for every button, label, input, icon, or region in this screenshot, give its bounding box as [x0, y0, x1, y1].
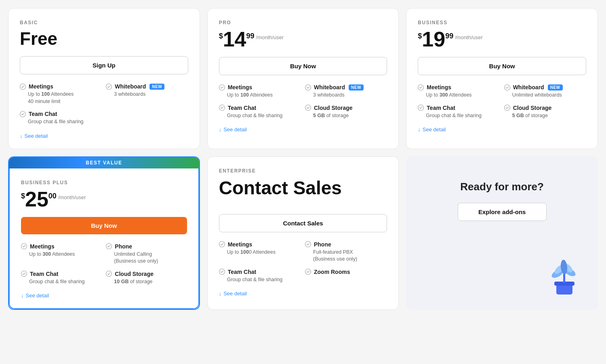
new-badge: NEW	[349, 84, 364, 90]
feature-name: Zoom Rooms	[314, 269, 350, 275]
svg-point-12	[106, 244, 112, 249]
plan-label: BUSINESS PLUS	[21, 180, 187, 185]
feature-desc: Unlimited whiteboards	[504, 92, 586, 99]
svg-point-15	[219, 242, 225, 247]
feature-title: Meetings	[418, 84, 500, 90]
feature-title: Team Chat	[418, 105, 500, 111]
plan-cta-button[interactable]: Contact Sales	[219, 214, 387, 232]
price-cents: 99	[445, 32, 453, 40]
feature-desc: Unlimited Calling(Business use only)	[106, 251, 187, 265]
feature-title: Cloud Storage	[106, 271, 187, 277]
svg-point-17	[219, 269, 225, 275]
feature-name: Cloud Storage	[115, 271, 154, 277]
features-grid: MeetingsUp to 100 Attendees40 minute lim…	[20, 83, 188, 126]
feature-name: Phone	[115, 243, 132, 250]
feature-desc: Up to 300 Attendees	[418, 92, 500, 99]
see-detail-text: See detail	[223, 126, 247, 133]
svg-point-10	[504, 105, 510, 111]
feature-desc: Full-featured PBX(Business use only)	[305, 249, 387, 263]
new-badge: NEW	[548, 84, 563, 90]
feature-name: Cloud Storage	[513, 105, 552, 111]
price-row: $ 14 99 /month/user	[219, 29, 387, 50]
feature-desc: 3 whiteboards	[305, 92, 387, 99]
svg-point-7	[418, 84, 424, 90]
plan-label: BASIC	[20, 20, 188, 25]
feature-col-left: Team ChatGroup chat & file sharing	[219, 105, 301, 120]
arrow-down-icon: ↓	[20, 133, 23, 139]
plan-cta-button[interactable]: Buy Now	[418, 57, 586, 75]
plan-card-basic: BASIC Free Sign Up MeetingsUp to 100 Att…	[8, 8, 200, 149]
plan-card-businessplus: BEST VALUE BUSINESS PLUS $ 25 00 /month/…	[8, 156, 200, 310]
svg-point-1	[106, 84, 112, 89]
pricing-grid: BASIC Free Sign Up MeetingsUp to 100 Att…	[8, 8, 598, 310]
see-detail-link[interactable]: ↓ See detail	[20, 133, 188, 139]
plan-card-business: BUSINESS $ 19 99 /month/user Buy Now Mee…	[406, 8, 598, 149]
feature-title: Phone	[305, 241, 387, 248]
feature-col-left: MeetingsUp to 300 Attendees	[21, 243, 102, 265]
plan-cta-button[interactable]: Buy Now	[219, 57, 387, 75]
see-detail-link[interactable]: ↓ See detail	[219, 290, 387, 297]
price-dollar: $	[21, 192, 25, 200]
svg-point-3	[219, 84, 225, 90]
price-period: /month/user	[58, 194, 86, 200]
price-period: /month/user	[455, 34, 483, 40]
feature-desc: Up to 100 Attendees40 minute limit	[20, 91, 102, 105]
feature-desc: Group chat & file sharing	[21, 278, 102, 286]
feature-desc: 3 whiteboards	[106, 91, 188, 98]
price-cents: 99	[246, 32, 255, 40]
see-detail-link[interactable]: ↓ See detail	[219, 126, 387, 133]
svg-point-4	[305, 84, 311, 90]
feature-title: Meetings	[219, 84, 301, 90]
feature-name: Team Chat	[30, 271, 59, 277]
plan-card-pro: PRO $ 14 99 /month/user Buy Now Meetings…	[207, 8, 399, 149]
feature-desc: 10 GB of storage	[106, 278, 187, 286]
price-row: $ 25 00 /month/user	[21, 189, 187, 210]
feature-desc: Up to 300 Attendees	[21, 251, 102, 258]
see-detail-link[interactable]: ↓ See detail	[21, 292, 187, 299]
feature-title: Cloud Storage	[504, 105, 586, 111]
see-detail-link[interactable]: ↓ See detail	[418, 126, 586, 133]
see-detail-text: See detail	[25, 133, 48, 139]
price-row: Contact Sales	[219, 177, 387, 207]
feature-col-left: MeetingsUp to 100 Attendees40 minute lim…	[20, 83, 102, 105]
feature-col-right	[106, 111, 188, 126]
feature-title: Zoom Rooms	[305, 269, 387, 275]
feature-name: Whiteboard	[115, 83, 146, 90]
price-dollar: $	[418, 32, 422, 40]
feature-desc: Up to 1000 Attendees	[219, 249, 301, 256]
feature-title: Team Chat	[20, 111, 102, 117]
feature-col-left: Team ChatGroup chat & file sharing	[418, 105, 500, 120]
feature-col-left: MeetingsUp to 1000 Attendees	[219, 241, 301, 263]
feature-col-left: Team ChatGroup chat & file sharing	[20, 111, 102, 126]
arrow-down-icon: ↓	[418, 126, 421, 133]
svg-point-8	[504, 84, 510, 90]
plan-label: BUSINESS	[418, 20, 586, 25]
plan-label: ENTERPRISE	[219, 168, 387, 174]
price-amount: 25	[25, 189, 48, 210]
feature-col-right: PhoneUnlimited Calling(Business use only…	[106, 243, 187, 265]
feature-name: Meetings	[228, 84, 253, 90]
explore-addons-button[interactable]: Explore add-ons	[458, 203, 547, 221]
see-detail-text: See detail	[423, 126, 446, 133]
feature-title: Meetings	[20, 83, 102, 90]
price-dollar: $	[219, 32, 223, 40]
feature-name: Meetings	[30, 243, 55, 250]
svg-point-13	[21, 271, 27, 277]
price-row: Free	[20, 29, 188, 49]
feature-desc: Group chat & file sharing	[20, 118, 102, 126]
feature-title: Cloud Storage	[305, 105, 387, 111]
plan-cta-button[interactable]: Sign Up	[20, 56, 188, 74]
svg-point-5	[219, 105, 225, 111]
see-detail-text: See detail	[26, 292, 49, 299]
plant-illustration	[542, 254, 587, 299]
best-value-banner: BEST VALUE	[9, 157, 199, 168]
feature-name: Meetings	[427, 84, 451, 90]
plan-label: PRO	[219, 20, 387, 25]
feature-title: WhiteboardNEW	[504, 84, 586, 90]
feature-desc: Group chat & file sharing	[219, 276, 301, 284]
svg-point-16	[305, 242, 311, 247]
svg-point-18	[305, 269, 311, 275]
feature-title: Team Chat	[21, 271, 102, 277]
plan-cta-button[interactable]: Buy Now	[21, 217, 187, 234]
feature-title: Meetings	[219, 241, 301, 248]
